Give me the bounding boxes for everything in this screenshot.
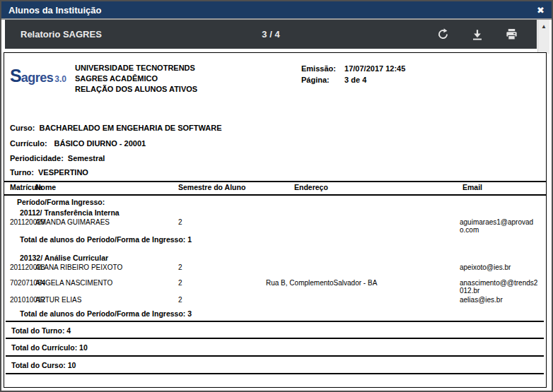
page-label: Página: <box>301 74 342 85</box>
cell-endereco <box>266 263 460 271</box>
emission-block: Emissão: 17/07/2017 12:45 Página: 3 de 4 <box>301 63 405 85</box>
separator-line <box>6 338 544 339</box>
cell-nome: ARTUR ELIAS <box>35 296 174 304</box>
separator-line <box>6 373 544 374</box>
cell-endereco <box>266 296 460 304</box>
group-total: Total de alunos do Período/Forma de Ingr… <box>20 235 192 244</box>
separator-line <box>6 355 544 357</box>
table-row: 702071064 ANGELA NASCIMENTO 2 Rua B, Com… <box>4 279 546 295</box>
total-curriculo: Total do Currículo: 10 <box>11 343 88 352</box>
col-email: Email <box>460 184 539 194</box>
report-title: RELAÇÃO DOS ALUNOS ATIVOS <box>75 84 197 95</box>
modal-titlebar: Alunos da Instituição ✖ <box>1 1 552 18</box>
group-intro: Período/Forma Ingresso: <box>17 198 105 206</box>
col-matricula: Matrícula <box>10 184 35 194</box>
modal-window: Alunos da Instituição ✖ Relatorio SAGRES… <box>0 0 553 392</box>
report-page: Sagres3.0 UNIVERSIDADE TECNOTRENDS SAGRE… <box>4 52 547 388</box>
report-header-block: UNIVERSIDADE TECNOTRENDS SAGRES ACADÊMIC… <box>75 63 197 95</box>
col-semestre: Semestre do Aluno <box>174 184 266 194</box>
turno-line: Turno:VESPERTINO <box>10 168 88 177</box>
cell-endereco <box>266 218 460 234</box>
scrollbar-track[interactable]: ▲ <box>537 20 549 54</box>
cell-semestre: 2 <box>174 263 266 271</box>
col-nome: Nome <box>35 184 174 194</box>
cell-email: apeixoto@ies.br <box>460 263 539 271</box>
curso-value: BACHARELADO EM ENGEHARIA DE SOFTWARE <box>39 124 221 132</box>
turno-value: VESPERTINO <box>38 168 88 177</box>
table-row: 201010012 ARTUR ELIAS 2 aelias@ies.br <box>4 296 546 304</box>
logo-initial: S <box>10 66 21 85</box>
curso-label: Curso: <box>10 124 35 132</box>
cell-matricula: 201120028 <box>10 263 35 271</box>
page-value: 3 de 4 <box>344 76 366 84</box>
pdf-toolbar: Relatorio SAGRES 3 / 4 <box>5 20 537 49</box>
cell-matricula: 702071064 <box>10 279 35 295</box>
print-icon[interactable] <box>505 28 518 41</box>
modal-title: Alunos da Instituição <box>8 5 101 16</box>
cell-email: anascimento@@trends2012.br <box>460 279 539 295</box>
logo-text: agres <box>21 71 54 85</box>
total-curso: Total do Curso: 10 <box>11 361 76 369</box>
total-turno: Total do Turno: 4 <box>11 326 71 335</box>
periodicidade-value: Semestral <box>68 154 105 162</box>
group-total: Total de alunos do Período/Forma de Ingr… <box>20 309 192 318</box>
table-header-row: Matrícula Nome Semestre do Aluno Endereç… <box>4 181 546 196</box>
periodicidade-line: Periodicidade:Semestral <box>10 154 105 162</box>
emission-label: Emissão: <box>301 63 342 74</box>
toolbar-actions <box>436 28 518 41</box>
separator-line <box>6 321 544 322</box>
group-name: 20112/ Transferência Interna <box>20 208 120 217</box>
table-row: 201120029 AMANDA GUIMARAES 2 aguimaraes1… <box>4 218 546 234</box>
cell-nome: ANGELA NASCIMENTO <box>35 279 174 295</box>
cell-email: aguimaraes1@aprovado.com <box>460 218 539 234</box>
table-row: 201120028 ALANA RIBEIRO PEIXOTO 2 apeixo… <box>4 263 546 271</box>
cell-semestre: 2 <box>174 279 266 295</box>
cell-nome: ALANA RIBEIRO PEIXOTO <box>35 263 174 271</box>
scrollbar-up-arrow[interactable]: ▲ <box>538 23 549 30</box>
rotate-icon[interactable] <box>436 28 450 41</box>
close-icon[interactable]: ✖ <box>537 6 545 15</box>
download-icon[interactable] <box>471 28 484 41</box>
periodicidade-label: Periodicidade: <box>10 154 64 162</box>
cell-semestre: 2 <box>174 296 266 304</box>
cell-matricula: 201010012 <box>10 296 35 304</box>
curriculo-label: Currículo: <box>10 139 47 148</box>
cell-email: aelias@ies.br <box>460 296 539 304</box>
cell-matricula: 201120029 <box>10 218 35 234</box>
curriculo-value: BÁSICO DIURNO - 20001 <box>54 139 146 148</box>
curriculo-line: Currículo:BÁSICO DIURNO - 20001 <box>10 139 146 148</box>
curso-line: Curso:BACHARELADO EM ENGEHARIA DE SOFTWA… <box>10 124 222 132</box>
emission-value: 17/07/2017 12:45 <box>344 64 405 73</box>
cell-semestre: 2 <box>174 218 266 234</box>
cell-nome: AMANDA GUIMARAES <box>35 218 174 234</box>
turno-label: Turno: <box>10 168 34 177</box>
sagres-logo: Sagres3.0 <box>10 66 66 86</box>
institution-name: UNIVERSIDADE TECNOTRENDS <box>75 63 197 73</box>
col-endereco: Endereço <box>266 184 460 194</box>
group-name: 20132/ Análise Curricular <box>20 254 108 262</box>
cell-endereco: Rua B, ComplementoSalvador - BA <box>266 279 460 295</box>
system-name: SAGRES ACADÊMICO <box>75 73 197 84</box>
logo-version: 3.0 <box>54 74 66 84</box>
